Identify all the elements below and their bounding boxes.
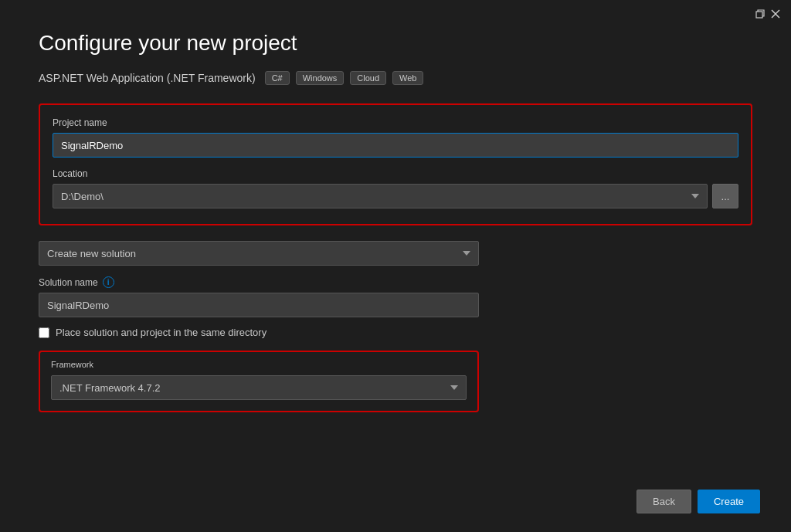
- location-group: Location D:\Demo\ ...: [53, 168, 738, 208]
- tag-cloud: Cloud: [350, 71, 386, 85]
- solution-name-label-row: Solution name i: [39, 276, 752, 288]
- close-button[interactable]: [769, 8, 782, 20]
- svg-rect-0: [756, 12, 762, 18]
- solution-info-icon: i: [103, 276, 114, 288]
- project-type-row: ASP.NET Web Application (.NET Framework)…: [39, 71, 752, 85]
- lower-section: Create new solution Add to solution Solu…: [39, 241, 752, 412]
- solution-mode-select[interactable]: Create new solution Add to solution: [39, 241, 479, 266]
- solution-dropdown-row: Create new solution Add to solution: [39, 241, 752, 266]
- project-location-section: Project name Location D:\Demo\ ...: [39, 103, 752, 225]
- project-name-group: Project name: [53, 117, 738, 158]
- tag-web: Web: [392, 71, 423, 85]
- same-directory-checkbox[interactable]: [39, 327, 49, 338]
- project-name-input[interactable]: [53, 133, 738, 158]
- tag-windows: Windows: [296, 71, 345, 85]
- back-button[interactable]: Back: [637, 490, 691, 513]
- title-bar: [745, 0, 791, 28]
- page-title: Configure your new project: [39, 31, 752, 56]
- project-type-label: ASP.NET Web Application (.NET Framework): [39, 72, 256, 84]
- location-row: D:\Demo\ ...: [53, 184, 738, 208]
- solution-name-label: Solution name: [39, 277, 98, 288]
- framework-label: Framework: [51, 360, 467, 369]
- framework-section: Framework .NET Framework 4.7.2 .NET Fram…: [39, 351, 479, 412]
- same-directory-checkbox-row: Place solution and project in the same d…: [39, 327, 752, 338]
- restore-button[interactable]: [754, 8, 766, 20]
- location-select[interactable]: D:\Demo\: [53, 184, 708, 208]
- tag-csharp: C#: [265, 71, 290, 85]
- project-name-label: Project name: [53, 117, 738, 128]
- browse-button[interactable]: ...: [712, 184, 738, 208]
- framework-select[interactable]: .NET Framework 4.7.2 .NET Framework 4.8 …: [51, 375, 467, 400]
- create-button[interactable]: Create: [698, 490, 760, 513]
- bottom-bar: Back Create: [637, 490, 760, 513]
- solution-name-input[interactable]: [39, 293, 479, 317]
- location-label: Location: [53, 168, 738, 179]
- same-directory-label[interactable]: Place solution and project in the same d…: [56, 327, 266, 338]
- main-container: Configure your new project ASP.NET Web A…: [0, 0, 791, 532]
